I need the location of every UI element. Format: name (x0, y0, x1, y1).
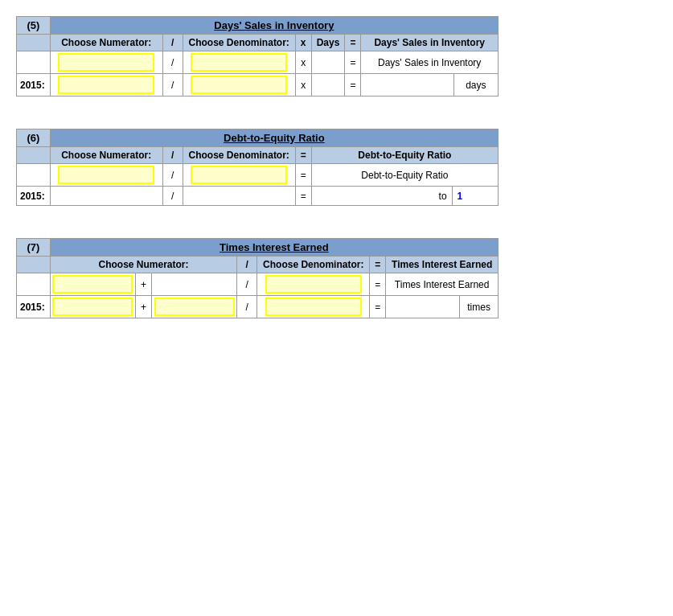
section5-col-numerator: Choose Numerator: (50, 35, 162, 51)
section5-row1-empty (17, 51, 51, 74)
section5-2015-result (361, 74, 453, 97)
section5-col-div1: / (162, 35, 183, 51)
section7-col-eq: = (370, 257, 386, 273)
section6-2015-result: to (311, 187, 452, 206)
section7-col-denominator: Choose Denominator: (257, 257, 370, 273)
section6-2015-row: 2015: / = to 1 (17, 187, 499, 206)
section7-col-empty (17, 257, 51, 273)
section7-row1-empty (17, 273, 51, 296)
section7-2015-numerator1-input[interactable] (50, 296, 135, 318)
section5-row1-result: Days' Sales in Inventory (361, 51, 499, 74)
section6-col-headers: Choose Numerator: / Choose Denominator: … (17, 147, 499, 164)
section5-col-days: Days (311, 35, 345, 51)
section5-formula-row: / x = Days' Sales in Inventory (17, 51, 499, 74)
section-6: (6) Debt-to-Equity Ratio Choose Numerato… (16, 129, 657, 206)
section7-row1-numerator2-input[interactable] (152, 273, 237, 296)
section6-row1-div: / (162, 164, 183, 187)
section7-2015-denominator-input[interactable] (257, 296, 370, 318)
section5-row1-numerator-input[interactable] (50, 51, 162, 74)
section6-number: (6) (17, 129, 51, 147)
section5-denominator-field[interactable] (191, 53, 287, 72)
section6-row1-empty (17, 164, 51, 187)
section5-2015-numerator-field[interactable] (58, 76, 154, 94)
section7-numerator1-field[interactable] (52, 275, 133, 294)
section7-2015-label: 2015: (17, 296, 51, 318)
section6-2015-denominator-input[interactable] (183, 187, 295, 206)
section6-col-empty (17, 147, 51, 164)
section6-denominator-field[interactable] (191, 166, 287, 184)
section5-title: Days' Sales in Inventory (50, 17, 498, 35)
section6-col-result: Debt-to-Equity Ratio (311, 147, 498, 164)
section5-2015-denominator-input[interactable] (183, 74, 295, 97)
section6-col-numerator: Choose Numerator: (50, 147, 162, 164)
section6-row1-eq: = (295, 164, 311, 187)
section5-col-denominator: Choose Denominator: (183, 35, 295, 51)
section7-title: Times Interest Earned (50, 239, 498, 257)
section7-2015-row: 2015: + / = times (17, 296, 499, 318)
section5-2015-numerator-input[interactable] (50, 74, 162, 97)
section6-row1-denominator-input[interactable] (183, 164, 295, 187)
section6-col-denominator: Choose Denominator: (183, 147, 295, 164)
section5-header: (5) Days' Sales in Inventory (17, 17, 499, 35)
section5-2015-eq: = (345, 74, 361, 97)
section5-row1-eq: = (345, 51, 361, 74)
section7-denominator-field[interactable] (265, 275, 362, 294)
section5-2015-days (311, 74, 345, 97)
section7-col-numerator: Choose Numerator: (50, 257, 237, 273)
section5-row1-denominator-input[interactable] (183, 51, 295, 74)
section6-row1-numerator-input[interactable] (50, 164, 162, 187)
section7-2015-numerator1-field[interactable] (52, 298, 133, 316)
section7-header: (7) Times Interest Earned (17, 239, 499, 257)
section7-row1-div: / (237, 273, 257, 296)
section7-2015-suffix: times (460, 296, 499, 318)
section6-header: (6) Debt-to-Equity Ratio (17, 129, 499, 147)
section7-row1-plus: + (135, 273, 151, 296)
section5-col-empty (17, 35, 51, 51)
section5-2015-x: x (295, 74, 311, 97)
section6-col-div: / (162, 147, 183, 164)
section7-row1-eq: = (370, 273, 386, 296)
section5-col-x: x (295, 35, 311, 51)
section-5: (5) Days' Sales in Inventory Choose Nume… (16, 16, 657, 97)
section-7: (7) Times Interest Earned Choose Numerat… (16, 238, 657, 318)
section5-number: (5) (17, 17, 51, 35)
section6-title: Debt-to-Equity Ratio (50, 129, 498, 147)
section7-row1-denominator-input[interactable] (257, 273, 370, 296)
section7-2015-result (386, 296, 460, 318)
section5-col-eq: = (345, 35, 361, 51)
section5-col-headers: Choose Numerator: / Choose Denominator: … (17, 35, 499, 51)
section7-2015-numerator2-field[interactable] (154, 298, 235, 316)
section5-row1-div: / (162, 51, 183, 74)
section7-formula-row: + / = Times Interest Earned (17, 273, 499, 296)
section6-col-eq: = (295, 147, 311, 164)
section7-row1-result: Times Interest Earned (386, 273, 499, 296)
section5-2015-suffix: days (453, 74, 498, 97)
section6-row1-result: Debt-to-Equity Ratio (311, 164, 498, 187)
section7-row1-numerator1-input[interactable] (50, 273, 135, 296)
section7-col-result: Times Interest Earned (386, 257, 499, 273)
section7-col-div: / (237, 257, 257, 273)
section7-2015-eq: = (370, 296, 386, 318)
section6-2015-denominator-field[interactable] (191, 188, 287, 203)
section6-2015-div: / (162, 187, 183, 206)
section5-numerator-field[interactable] (58, 53, 154, 72)
section5-row1-x: x (295, 51, 311, 74)
section5-2015-row: 2015: / x = days (17, 74, 499, 97)
section7-2015-denominator-field[interactable] (265, 298, 362, 316)
section5-2015-label: 2015: (17, 74, 51, 97)
section7-2015-plus: + (135, 296, 151, 318)
section5-col-result: Days' Sales in Inventory (361, 35, 499, 51)
section5-row1-days (311, 51, 345, 74)
section7-number: (7) (17, 239, 51, 257)
section7-2015-div: / (237, 296, 257, 318)
section6-2015-colored: 1 (452, 187, 498, 206)
section5-2015-div: / (162, 74, 183, 97)
section7-col-headers: Choose Numerator: / Choose Denominator: … (17, 257, 499, 273)
section6-formula-row: / = Debt-to-Equity Ratio (17, 164, 499, 187)
section6-2015-label: 2015: (17, 187, 51, 206)
section6-2015-numerator-field[interactable] (58, 188, 154, 203)
section7-2015-numerator2-input[interactable] (152, 296, 237, 318)
section5-2015-denominator-field[interactable] (191, 76, 287, 94)
section6-numerator-field[interactable] (58, 166, 154, 184)
section6-2015-numerator-input[interactable] (50, 187, 162, 206)
